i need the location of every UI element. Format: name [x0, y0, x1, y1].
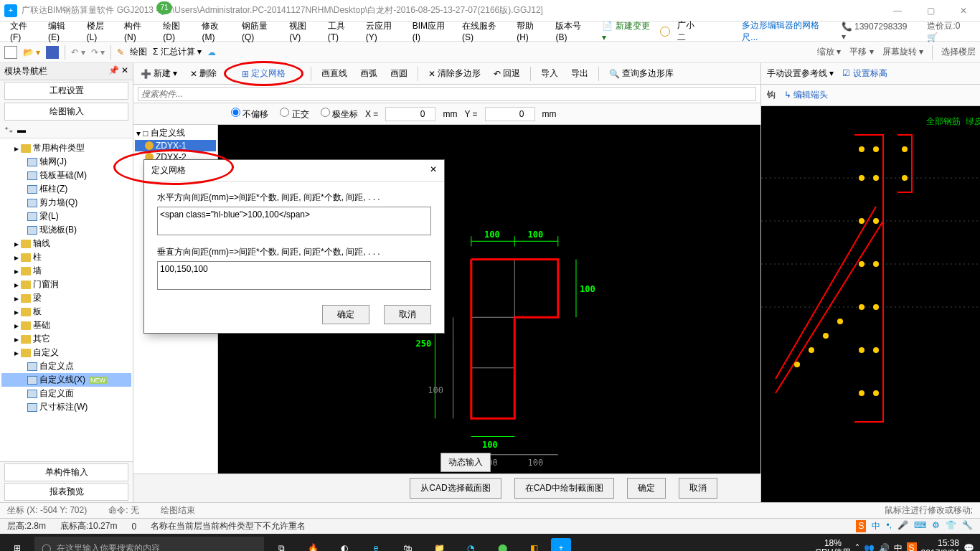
tree-item[interactable]: ▸ 基础	[1, 319, 131, 332]
tree-collapse-icon[interactable]: ▬	[17, 125, 26, 135]
tree-item[interactable]: ▸ 其它	[1, 332, 131, 346]
tray-shirt-icon[interactable]: 👕	[946, 520, 956, 532]
y-input[interactable]	[485, 107, 535, 121]
clear-polygon-button[interactable]: ✕ 清除多边形	[425, 66, 484, 81]
menu-edit[interactable]: 编辑(E)	[44, 19, 80, 44]
search-input[interactable]	[138, 87, 756, 101]
tray-key-icon[interactable]: ⌨	[914, 520, 926, 532]
tree-item[interactable]: 轴网(J)	[1, 155, 131, 169]
menu-modify[interactable]: 修改(M)	[197, 19, 235, 44]
import-button[interactable]: 导入	[538, 66, 561, 81]
xiao2-label[interactable]: 广小二	[673, 18, 706, 45]
tree-item[interactable]: ▸ 常用构件类型	[1, 141, 131, 155]
tab-single-input[interactable]: 单构件输入	[4, 463, 128, 481]
tb-app-icon[interactable]: ⬤	[488, 534, 517, 551]
search-polygon-button[interactable]: 🔍 查询多边形库	[606, 66, 677, 81]
undo-icon[interactable]: ↶ ▾	[71, 47, 85, 57]
dialog-close-button[interactable]: ✕	[430, 164, 437, 176]
tb-app-icon[interactable]: ◔	[456, 534, 485, 551]
tray-vol-icon[interactable]: 🔊	[879, 543, 890, 551]
pan-button[interactable]: 平移 ▾	[849, 46, 873, 58]
tray-people-icon[interactable]: 👥	[864, 543, 875, 551]
x-input[interactable]	[385, 107, 435, 121]
rotate-button[interactable]: 屏幕旋转 ▾	[882, 46, 923, 58]
dialog-ok-button[interactable]: 确定	[322, 305, 369, 324]
new-file-icon[interactable]	[4, 46, 17, 59]
avatar-icon[interactable]	[660, 27, 670, 37]
export-button[interactable]: 导出	[568, 66, 591, 81]
delete-button[interactable]: ✕ 删除	[187, 66, 220, 81]
tree-item[interactable]: ▸ 轴线	[1, 237, 131, 250]
sum-button[interactable]: Σ 汇总计算 ▾	[153, 46, 202, 58]
cloud-icon[interactable]: ☁	[207, 47, 216, 57]
tray-cn-icon[interactable]: 中	[872, 520, 880, 532]
tree-item[interactable]: 自定义点	[1, 359, 131, 373]
tree-item[interactable]: ▸ 柱	[1, 250, 131, 264]
edit-end-button[interactable]: ↳ 编辑端头	[784, 89, 828, 101]
tray-gear-icon[interactable]: ⚙	[932, 520, 940, 532]
taskview-icon[interactable]: ⧉	[267, 534, 296, 551]
menu-component[interactable]: 构件(N)	[120, 19, 156, 44]
tb-app-icon[interactable]: ◧	[519, 534, 548, 551]
menu-version[interactable]: 版本号(B)	[551, 19, 595, 44]
section-canvas[interactable]: 全部钢筋 绿皮层	[761, 106, 980, 502]
tab-report-preview[interactable]: 报表预览	[4, 483, 128, 501]
dynamic-input-button[interactable]: 动态输入	[440, 453, 491, 472]
tray-cn-icon[interactable]: 中	[894, 542, 903, 552]
tree-item[interactable]: ▸ 梁	[1, 291, 131, 305]
define-grid-button[interactable]: ⊞ 定义网格	[239, 66, 288, 81]
tree-item[interactable]: ▸ 板	[1, 305, 131, 319]
tray-dot-icon[interactable]: •,	[886, 520, 892, 532]
set-elev-button[interactable]: ☑ 设置标高	[842, 67, 887, 80]
draw-arc-button[interactable]: 画弧	[357, 66, 380, 81]
tree-item[interactable]: 框柱(Z)	[1, 182, 131, 196]
tb-store-icon[interactable]: 🛍	[393, 534, 422, 551]
notif-icon[interactable]: 💬	[963, 543, 974, 551]
tree-item[interactable]: ▸ 自定义	[1, 346, 131, 359]
tree-item[interactable]: 梁(L)	[1, 209, 131, 223]
ok-button[interactable]: 确定	[627, 478, 666, 499]
start-button[interactable]: ⊞	[3, 534, 32, 551]
tray-wrench-icon[interactable]: 🔧	[962, 520, 973, 532]
set-ref-line-button[interactable]: 手动设置参考线 ▾	[767, 67, 834, 80]
brush-icon[interactable]: ✎	[117, 47, 124, 57]
editor-hint[interactable]: 多边形编辑器的网格尺...	[738, 18, 834, 45]
price-label[interactable]: 造价豆:0 🛒	[923, 19, 974, 44]
tb-edge-icon[interactable]: e	[362, 534, 390, 551]
menu-help[interactable]: 帮助(H)	[512, 19, 548, 44]
cancel-button[interactable]: 取消	[679, 478, 717, 499]
tray-ime-icon[interactable]: S	[907, 542, 917, 551]
select-floor-button[interactable]: 选择楼层	[941, 46, 976, 58]
tree-item[interactable]: ▸ 墙	[1, 264, 131, 278]
new-change-button[interactable]: 📄 新建变更 ▾	[598, 19, 657, 44]
tb-explorer-icon[interactable]: 📁	[425, 534, 453, 551]
tree-item[interactable]: 筏板基础(M)	[1, 169, 131, 182]
ime-icon[interactable]: S	[856, 520, 866, 532]
tree-item[interactable]: 现浇板(B)	[1, 223, 131, 237]
draw-in-cad-button[interactable]: 在CAD中绘制截面图	[514, 478, 614, 499]
phone-label[interactable]: 📞 13907298339 ▾	[837, 20, 913, 43]
zoom-button[interactable]: 缩放 ▾	[817, 46, 841, 58]
menu-floor[interactable]: 楼层(L)	[83, 19, 117, 44]
tree-item[interactable]: 自定义面	[1, 387, 131, 400]
redo-icon[interactable]: ↷ ▾	[91, 47, 105, 57]
h-spacing-input[interactable]: <span class="hl-blue">100,100</span>	[157, 207, 431, 235]
hook-button[interactable]: 钩	[767, 89, 776, 101]
tree-item[interactable]: 自定义线(X)NEW	[1, 373, 131, 387]
v-spacing-input[interactable]: 100,150,100	[157, 261, 431, 290]
save-icon[interactable]	[46, 46, 59, 59]
menu-online[interactable]: 在线服务(S)	[458, 19, 509, 44]
menu-rebar[interactable]: 钢筋量(Q)	[237, 19, 282, 44]
menu-bim[interactable]: BIM应用(I)	[408, 19, 455, 44]
menu-file[interactable]: 文件(F)	[6, 19, 41, 44]
tb-app-icon[interactable]: +	[551, 538, 571, 551]
radio-polar[interactable]: 极坐标	[316, 108, 358, 121]
new-button[interactable]: ➕新建 ▾	[138, 66, 180, 81]
tab-draw-input[interactable]: 绘图输入	[4, 103, 128, 121]
draw-line-button[interactable]: 画直线	[319, 66, 350, 81]
radio-ortho[interactable]: 正交	[275, 108, 308, 121]
menu-cloud[interactable]: 云应用(Y)	[362, 19, 405, 44]
tray-mic-icon[interactable]: 🎤	[897, 520, 908, 532]
radio-nooffset[interactable]: 不偏移	[227, 108, 268, 121]
list-item[interactable]: ZDYX-1	[135, 140, 216, 151]
